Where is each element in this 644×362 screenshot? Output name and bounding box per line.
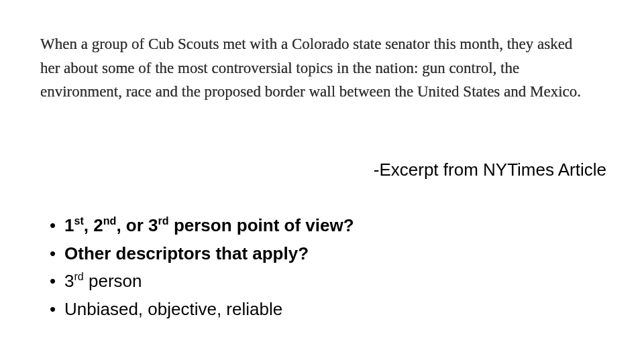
bullet-item: 3rd person: [50, 269, 600, 294]
excerpt-text: When a group of Cub Scouts met with a Co…: [40, 32, 596, 104]
bullet-text: 3rd person: [64, 271, 142, 291]
excerpt-block: When a group of Cub Scouts met with a Co…: [40, 32, 596, 104]
excerpt-attribution: -Excerpt from NYTimes Article: [374, 160, 606, 180]
question-bullets: 1st, 2nd, or 3rd person point of view? O…: [50, 213, 600, 325]
bullet-text: 1st, 2nd, or 3rd person point of view?: [64, 215, 354, 235]
slide: When a group of Cub Scouts met with a Co…: [0, 0, 644, 362]
bullet-item: Unbiased, objective, reliable: [50, 297, 600, 322]
bullet-list: 1st, 2nd, or 3rd person point of view? O…: [50, 213, 600, 322]
bullet-item: 1st, 2nd, or 3rd person point of view?: [50, 213, 600, 239]
bullet-text: Unbiased, objective, reliable: [64, 299, 282, 319]
bullet-text: Other descriptors that apply?: [64, 243, 309, 263]
bullet-item: Other descriptors that apply?: [50, 241, 600, 267]
